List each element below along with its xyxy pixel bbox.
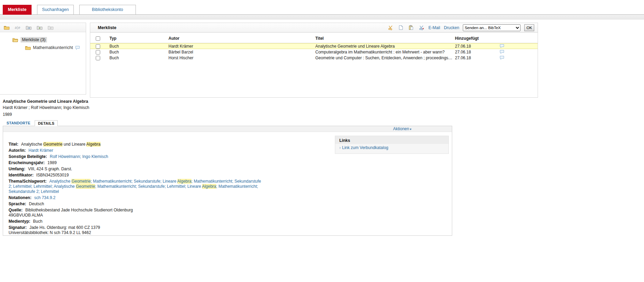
field-label: Autor/in: [9, 148, 26, 153]
record-field: Medientyp:Buch [9, 219, 262, 224]
select-all-checkbox[interactable] [96, 36, 100, 41]
watchlist-rows: BuchHardt KrämerAnalytische Geometrie un… [90, 43, 538, 61]
detail-actionbar: Aktionen▾ [3, 126, 452, 132]
tab-suchanfragen[interactable]: Suchanfragen [37, 5, 74, 14]
table-row[interactable]: BuchBärbel BarzelComputeralgebra im Math… [90, 49, 538, 55]
record-field: Titel:Analytische Geometrie und Lineare … [9, 142, 262, 147]
note-bubble-icon[interactable] [75, 46, 80, 50]
record-fields: Titel:Analytische Geometrie und Lineare … [9, 142, 262, 236]
detail-link[interactable]: Analytische [54, 184, 76, 189]
tree-child-label: Mathematikunterricht [33, 45, 73, 50]
rename-folder-icon[interactable]: a|e [14, 25, 21, 30]
row-titel: Computeralgebra im Mathematikunterricht … [315, 50, 455, 54]
email-link[interactable]: E-Mail [429, 25, 440, 30]
detail-link[interactable]: Sekundarstufe [138, 184, 165, 189]
table-row[interactable]: BuchHardt KrämerAnalytische Geometrie un… [90, 43, 538, 49]
detail-link[interactable]: Algebra [202, 184, 216, 189]
ok-button[interactable]: OK [524, 24, 534, 31]
folder-icon [25, 46, 31, 50]
detail-link[interactable]: Mathematikunterricht [194, 179, 232, 184]
note-bubble-icon[interactable] [500, 44, 538, 48]
delete-folder-icon[interactable] [47, 25, 54, 30]
field-value: ; [165, 184, 167, 189]
field-value: ; [191, 179, 194, 184]
field-value: Jade Hs. Oldenburg: mat 600 CZ 1379 [30, 225, 100, 230]
record-field: Signatur:Jade Hs. Oldenburg: mat 600 CZ … [9, 225, 262, 235]
detail-link[interactable]: Algebra [177, 179, 191, 184]
record-authors: Hardt Krämer ; Rolf Höwelmann; Ingo Klem… [3, 105, 89, 110]
row-checkbox[interactable] [96, 44, 100, 49]
field-label: Thema/Schlagwort: [9, 179, 47, 184]
field-label: Quelle: [9, 208, 23, 212]
move-folder-icon[interactable] [25, 25, 32, 30]
row-date: 27.06.18 [455, 50, 500, 54]
field-value: Analytische [21, 142, 43, 147]
detail-panel: Aktionen▾ Titel:Analytische Geometrie un… [3, 126, 452, 236]
field-label: Sonstige Beteiligte: [9, 154, 47, 159]
record-field: Quelle:Bibliotheksbestand Jade Hochschul… [9, 208, 262, 218]
note-bubble-icon[interactable] [500, 50, 538, 54]
field-value: ; [95, 184, 97, 189]
row-titel: Analytische Geometrie und Lineare Algebr… [315, 44, 455, 49]
send-to-select[interactable]: Senden an... BibTeX [463, 24, 520, 31]
tab-bibliothekskonto[interactable]: Bibliothekskonto [79, 5, 136, 14]
field-value: Algebra [86, 142, 101, 147]
detail-link[interactable]: Sekundarstufe 2 [9, 189, 38, 194]
record-field: Thema/Schlagwort:Analytische Geometrie; … [9, 179, 262, 194]
detail-link[interactable]: Mathematikunterricht [93, 179, 131, 184]
record-field: Umfang:VIII, 424 S graph. Darst. [9, 167, 262, 172]
field-value: Geometrie [43, 142, 62, 147]
row-checkbox[interactable] [96, 50, 100, 54]
row-titel: Geometrie und Computer : Suchen, Entdeck… [315, 56, 455, 60]
remove-icon[interactable] [418, 25, 425, 30]
field-label: Signatur: [9, 225, 27, 230]
row-typ: Buch [109, 56, 168, 60]
tab-standorte[interactable]: STANDORTE [3, 120, 33, 125]
detail-link[interactable]: Sekundarstufe [134, 179, 160, 184]
row-typ: Buch [109, 44, 168, 49]
watchlist-toolbar: E-Mail Drucken Senden an... BibTeX OK [387, 24, 534, 31]
print-link[interactable]: Drucken [444, 25, 459, 30]
detail-link[interactable]: Lineare [163, 179, 177, 184]
detail-link[interactable]: Lehrmittel [13, 184, 31, 189]
field-value: 1989 [47, 160, 57, 165]
note-bubble-icon[interactable] [500, 56, 538, 60]
row-date: 27.06.18 [455, 44, 500, 49]
tab-merkliste[interactable]: Merkliste [3, 5, 32, 15]
field-value: Bibliotheksbestand Jade Hochschule Studi… [25, 208, 133, 212]
detail-link[interactable]: Geometrie [76, 184, 95, 189]
record-field: Identifikator:ISBN3425053019 [9, 173, 262, 178]
field-value: ; [31, 184, 34, 189]
detail-link[interactable]: Geometrie [71, 179, 91, 184]
new-folder-icon[interactable] [3, 25, 10, 30]
verbundkatalog-link[interactable]: Link zum Verbundkatalog [342, 145, 388, 150]
tab-details[interactable]: DETAILS [35, 120, 58, 126]
detail-link[interactable]: Mathematikunterricht [97, 184, 136, 189]
record-field: Sprache:Deutsch [9, 201, 262, 207]
table-row[interactable]: BuchHorst HischerGeometrie und Computer … [90, 55, 538, 61]
detail-link[interactable]: Mathematikunterricht [219, 184, 257, 189]
copy-icon[interactable] [398, 25, 404, 30]
detail-link[interactable]: Analytische [49, 179, 72, 184]
actions-dropdown[interactable]: Aktionen▾ [393, 126, 411, 131]
detail-link[interactable]: Hardt Krämer [28, 148, 53, 153]
detail-link[interactable]: sch 734.9.2 [34, 195, 56, 200]
tree-item-mathematikunterricht[interactable]: Mathematikunterricht [25, 45, 86, 50]
paste-icon[interactable] [408, 25, 414, 30]
field-value: ; [216, 184, 219, 189]
folder-toolbar: a|e [0, 23, 86, 32]
detail-link[interactable]: Lehrmittel [167, 184, 185, 189]
tree-item-merkliste[interactable]: Merkliste (3) [12, 37, 86, 42]
detail-link[interactable]: Lehrmittel [41, 189, 59, 194]
field-label: Umfang: [9, 167, 25, 171]
detail-link[interactable]: Rolf Höwelmann [50, 154, 80, 159]
cut-icon[interactable] [387, 25, 394, 30]
row-checkbox[interactable] [96, 56, 100, 60]
field-value: ; [136, 184, 138, 189]
detail-link[interactable]: Lineare [187, 184, 202, 189]
detail-link[interactable]: Ingo Klemisch [82, 154, 108, 159]
detail-link[interactable]: Lehrmittel [34, 184, 52, 189]
add-folder-icon[interactable] [36, 25, 43, 30]
field-value: ISBN3425053019 [36, 173, 69, 177]
row-autor: Hardt Krämer [168, 44, 315, 49]
